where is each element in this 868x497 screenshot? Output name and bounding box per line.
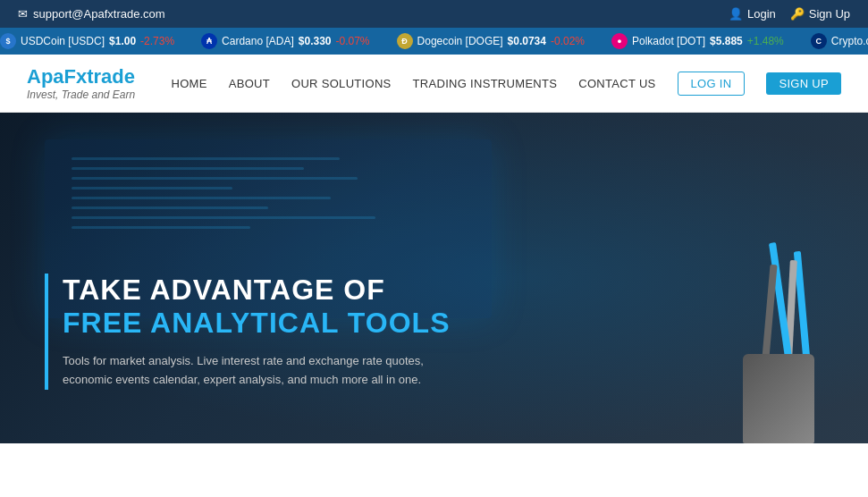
hero-content: TAKE ADVANTAGE OF FREE ANALYTICAL TOOLS … [45,274,456,390]
nav-our-solutions[interactable]: OUR SOLUTIONS [291,77,392,90]
hero-decoration [653,193,814,443]
ticker-item: ● Polkadot [DOT] $5.885 +1.48% [611,33,784,49]
nav-contact-us[interactable]: CONTACT US [578,77,655,90]
email-icon: ✉ [18,7,28,21]
top-bar-auth: 👤 Login 🔑 Sign Up [729,7,850,21]
top-bar: ✉ support@Apafxtrade.com 👤 Login 🔑 Sign … [0,0,868,28]
nav-signup-button[interactable]: SIGN UP [766,72,841,95]
coin-icon-cro: C [811,33,827,49]
navigation: ApaFxtrade Invest, Trade and Earn HOME A… [0,55,868,113]
hero-heading-1: TAKE ADVANTAGE OF [63,274,456,307]
user-icon: 👤 [729,7,743,21]
hero-section: TAKE ADVANTAGE OF FREE ANALYTICAL TOOLS … [0,113,868,443]
ticker-bar: $ USDCoin [USDC] $1.00 -2.73% ₳ Cardano … [0,28,868,55]
coin-icon-ada: ₳ [201,33,217,49]
pencil-cup [743,354,814,443]
nav-home[interactable]: HOME [172,77,207,90]
ticker-item: C Crypto.com Chain [CRO] $0.0686 +0.27% [811,33,868,49]
nav-login-button[interactable]: LOG IN [678,72,746,96]
hero-description: Tools for market analysis. Live interest… [63,352,456,390]
logo[interactable]: ApaFxtrade [27,65,135,88]
nav-trading-instruments[interactable]: TRADING INSTRUMENTS [413,77,558,90]
hero-heading-2: FREE ANALYTICAL TOOLS [63,307,456,340]
hero-text: TAKE ADVANTAGE OF FREE ANALYTICAL TOOLS … [45,274,456,390]
logo-area: ApaFxtrade Invest, Trade and Earn [27,65,135,101]
top-bar-email: ✉ support@Apafxtrade.com [18,7,165,21]
coin-icon-dot: ● [611,33,628,49]
nav-links: HOME ABOUT OUR SOLUTIONS TRADING INSTRUM… [172,72,841,96]
coin-icon-doge: Ð [397,33,413,49]
signup-icon: 🔑 [790,7,805,21]
nav-about[interactable]: ABOUT [229,77,270,90]
email-address: support@Apafxtrade.com [33,7,165,21]
logo-tagline: Invest, Trade and Earn [27,88,135,101]
coin-icon-usdc: $ [0,33,16,49]
signup-link[interactable]: 🔑 Sign Up [790,7,850,21]
ticker-inner: $ USDCoin [USDC] $1.00 -2.73% ₳ Cardano … [0,33,868,49]
screen-lines [72,157,375,236]
login-link[interactable]: 👤 Login [729,7,776,21]
ticker-item: $ USDCoin [USDC] $1.00 -2.73% [0,33,174,49]
ticker-item: ₳ Cardano [ADA] $0.330 -0.07% [201,33,369,49]
pencil-4 [762,265,777,358]
ticker-item: Ð Dogecoin [DOGE] $0.0734 -0.02% [397,33,585,49]
